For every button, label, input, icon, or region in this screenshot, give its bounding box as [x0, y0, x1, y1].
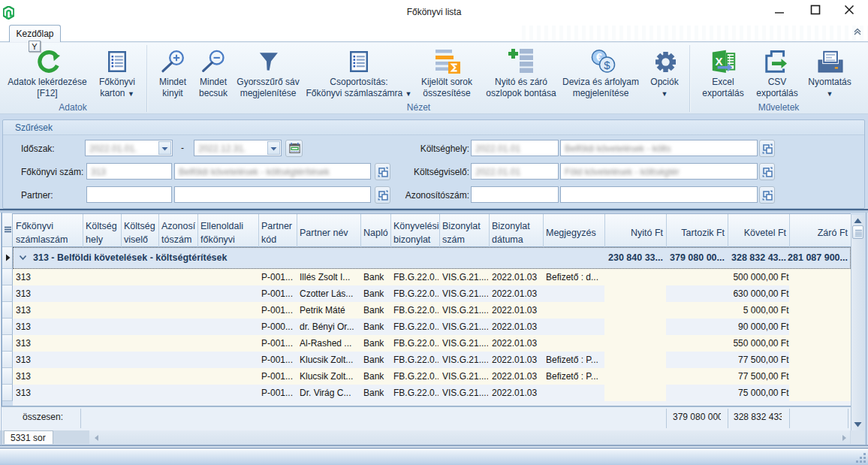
svg-text:$: $ — [604, 59, 610, 71]
svg-text:X: X — [715, 55, 722, 68]
